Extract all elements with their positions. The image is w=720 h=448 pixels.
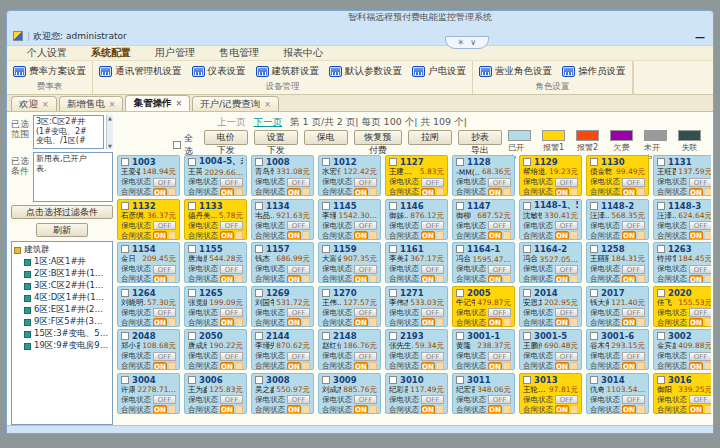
meter-card[interactable]: 1269 刘国争 531.72元 保电状态 OFF 合闸状态	[251, 286, 314, 327]
meter-card[interactable]: 1147 御柳 687.52元 保电状态 OFF 合闸状态	[452, 199, 515, 240]
switch-status-value[interactable]: ON	[153, 231, 167, 240]
switch-status-value[interactable]: ON	[488, 275, 502, 284]
card-checkbox[interactable]	[456, 158, 464, 166]
meter-card[interactable]: 1263 特排雪… 184.45元 保电状态 OFF 合闸状	[653, 242, 711, 283]
tab-close-icon[interactable]: ×	[264, 100, 271, 109]
meter-card[interactable]: 1155 唐海唐 544.28元 保电状态 OFF 合闸状态	[184, 242, 247, 283]
meter-card[interactable]: 3016 御阳 339.25元 保电状态 OFF 合闸状态	[653, 373, 711, 414]
switch-status-value[interactable]: ON	[622, 231, 636, 240]
switch-status-value[interactable]: ON	[689, 231, 703, 240]
switch-status-value[interactable]: ON	[622, 188, 636, 197]
tab[interactable]: 集管操作 ×	[125, 95, 190, 111]
card-checkbox[interactable]	[188, 245, 196, 253]
meter-card[interactable]: 1131 王旺西… 137.59元 保电状态 OFF 合闸状	[653, 155, 711, 196]
meter-card[interactable]: 1132 石彦绸… 36.37元 保电状态 OFF 合闸状态	[117, 199, 180, 240]
meter-card[interactable]: 1130 债金乾 99.49元 保电状态 OFF 合闸状态	[586, 155, 649, 196]
switch-status-value[interactable]: ON	[153, 188, 167, 197]
tab-close-icon[interactable]: ×	[109, 100, 116, 109]
card-checkbox[interactable]	[523, 202, 531, 210]
choose-filter-button[interactable]: 点击选择过滤条件	[11, 205, 113, 219]
card-checkbox[interactable]	[255, 202, 263, 210]
tab-close-icon[interactable]: ×	[175, 99, 182, 108]
switch-status-value[interactable]: ON	[689, 275, 703, 284]
action-button[interactable]: 拉闸	[408, 130, 452, 145]
switch-status-value[interactable]: ON	[421, 318, 435, 327]
switch-status-value[interactable]: ON	[354, 362, 368, 371]
meter-card[interactable]: 2017 钱大师 121.40元 保电状态 OFF 合闸状态	[586, 286, 649, 327]
menu-item[interactable]: 用户管理	[143, 46, 207, 60]
menu-item[interactable]: 个人设置	[15, 46, 79, 60]
menu-item[interactable]: 售电管理	[207, 46, 271, 60]
switch-status-value[interactable]: ON	[555, 405, 569, 414]
meter-card[interactable]: 1145 李瑾先… 1542.30… 保电状态 OFF 合闸	[318, 199, 381, 240]
minimize-button[interactable]: —	[695, 33, 705, 43]
ribbon-button[interactable]: 费率方案设置	[13, 65, 86, 78]
ribbon-button[interactable]: 默认参数设置	[329, 65, 402, 78]
tree-node[interactable]: 4区:D区1#井(1区…	[14, 292, 110, 304]
tree-node[interactable]: 1区:A区1#井	[14, 256, 110, 268]
switch-status-value[interactable]: ON	[555, 188, 569, 197]
card-checkbox[interactable]	[590, 332, 598, 340]
meter-card[interactable]: 1134 韦品… 921.63元 保电状态 OFF 合闸状态	[251, 199, 314, 240]
select-all-checkbox[interactable]	[173, 141, 181, 149]
switch-status-value[interactable]: ON	[622, 362, 636, 371]
card-checkbox[interactable]	[657, 202, 665, 210]
tree-node[interactable]: 2区:B区1#井(1全…	[14, 268, 110, 280]
meter-card[interactable]: 2148 赵红仙 186.76元 保电状态 OFF 合闸状态	[318, 329, 381, 370]
card-checkbox[interactable]	[322, 158, 330, 166]
card-checkbox[interactable]	[657, 376, 665, 384]
card-checkbox[interactable]	[523, 376, 531, 384]
meter-card[interactable]: 1270 王伟… 127.57元 保电状态 OFF 合闸状态	[318, 286, 381, 327]
switch-status-value[interactable]: ON	[622, 275, 636, 284]
switch-status-value[interactable]: ON	[421, 275, 435, 284]
scroll-down-icon[interactable]: ▼	[108, 143, 112, 149]
meter-card[interactable]: 3001-6 谷木争… 293.15元 保电状态 OFF 合	[586, 329, 649, 370]
card-checkbox[interactable]	[188, 332, 196, 340]
switch-status-value[interactable]: ON	[622, 318, 636, 327]
ribbon-button[interactable]: 建筑群设置	[256, 65, 320, 78]
switch-status-value[interactable]: ON	[287, 405, 301, 414]
switch-status-value[interactable]: ON	[689, 405, 703, 414]
meter-card[interactable]: 1148-2 汪泽… 568.35元 保电状态 OFF 合闸	[586, 199, 649, 240]
card-checkbox[interactable]	[255, 289, 263, 297]
switch-status-value[interactable]: ON	[689, 362, 703, 371]
selected-condition-box[interactable]: 新用表,已开户 表.	[33, 152, 113, 202]
action-button[interactable]: 电价下发	[204, 130, 248, 145]
card-checkbox[interactable]	[255, 376, 263, 384]
card-checkbox[interactable]	[188, 202, 196, 210]
meter-card[interactable]: 3008 吴之鑫 550.97元 保电状态 OFF 合闸状态	[251, 373, 314, 414]
action-button[interactable]: 恢复预付费	[354, 130, 402, 145]
tree-node[interactable]: 3区:C区2#井(1#变…	[14, 280, 110, 292]
card-checkbox[interactable]	[389, 202, 397, 210]
card-checkbox[interactable]	[322, 289, 330, 297]
switch-status-value[interactable]: ON	[689, 188, 703, 197]
card-checkbox[interactable]	[121, 289, 129, 297]
meter-card[interactable]: 3001-1 黄隆 238.37元 保电状态 OFF 合闸状	[452, 329, 515, 370]
refresh-button[interactable]: 刷新	[36, 223, 88, 237]
card-checkbox[interactable]	[456, 202, 464, 210]
switch-status-value[interactable]: ON	[689, 318, 703, 327]
switch-status-value[interactable]: ON	[421, 231, 435, 240]
card-checkbox[interactable]	[121, 158, 129, 166]
card-checkbox[interactable]	[188, 158, 196, 166]
meter-card[interactable]: 1129 帮培道… 19.23元 保电状态 OFF 合闸状态	[519, 155, 582, 196]
meter-card[interactable]: 3004 许康 2278.71… 保电状态 OFF 合闸状态	[117, 373, 180, 414]
meter-card[interactable]: 2050 唐成欣 190.22元 保电状态 OFF 合闸状态	[184, 329, 247, 370]
switch-status-value[interactable]: ON	[220, 188, 234, 197]
meter-card[interactable]: 3001-5 王鹏传 690.48元 保电状态 OFF 合闸	[519, 329, 582, 370]
switch-status-value[interactable]: ON	[421, 188, 435, 197]
switch-status-value[interactable]: ON	[354, 231, 368, 240]
meter-card[interactable]: 1164-1 冯合晕… 1595.47… 保电状态 OFF	[452, 242, 515, 283]
switch-status-value[interactable]: ON	[153, 318, 167, 327]
card-checkbox[interactable]	[590, 202, 598, 210]
selected-range-box[interactable]: 3区:C区2#井 (1#变电、2# 变电、/1区(#	[33, 115, 104, 149]
card-checkbox[interactable]	[523, 245, 531, 253]
prev-page-link[interactable]: 上一页	[217, 116, 246, 129]
meter-card[interactable]: 1004-5、老一 王英 2029.66… 保电状态 OFF	[184, 155, 247, 196]
card-checkbox[interactable]	[590, 289, 598, 297]
tab[interactable]: 开户/记费查询 ×	[192, 96, 279, 111]
card-checkbox[interactable]	[456, 245, 464, 253]
meter-card[interactable]: 3010 纪彩霞… 117.49元 保电状态 OFF 合闸状	[385, 373, 448, 414]
meter-card[interactable]: 3011 纪宏霞 348.06元 保电状态 OFF 合闸状态	[452, 373, 515, 414]
action-button[interactable]: 设置下发	[254, 130, 298, 145]
